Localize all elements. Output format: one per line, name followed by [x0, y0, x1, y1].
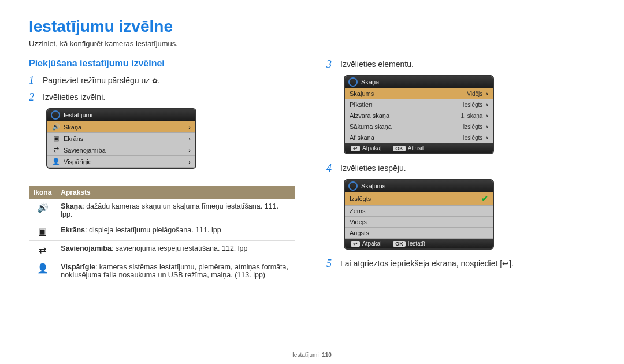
back-icon [502, 259, 509, 268]
panel-header: Skaļums [345, 180, 493, 192]
step-3: 3 Izvēlieties elementu. [326, 58, 595, 70]
menu-item-sound[interactable]: 🔊 Skaņa › [47, 121, 195, 133]
volume-panel: Skaļums Izslēgts ✔ Zems Vidējs Augsts ↩A… [344, 179, 494, 250]
back-key-icon: ↩ [351, 241, 360, 247]
table-row: ⇄ Savienojamība: savienojuma iespēju ies… [29, 241, 295, 259]
connectivity-icon: ⇄ [52, 146, 60, 154]
page-footer: Iestatījumi 110 [292, 352, 332, 358]
panel-header: Skaņa [345, 76, 493, 88]
sound-panel: Skaņa Skaļums Vidējs › Pīkstieni Ieslēgt… [344, 75, 494, 154]
option-af-sound[interactable]: Af skaņa Ieslēgts › [345, 132, 493, 143]
selector-ring-icon [348, 181, 358, 191]
step-number: 3 [326, 58, 337, 70]
general-icon: 👤 [29, 259, 56, 283]
step-number: 1 [29, 75, 39, 87]
display-icon: ▣ [52, 135, 60, 142]
step-number: 4 [326, 162, 337, 174]
step-2: 2 Izvēlieties izvēlni. [29, 91, 298, 103]
th-icon: Ikona [29, 186, 56, 199]
ok-key-icon: OK [393, 241, 406, 247]
section-heading: Piekļūšana iestatījumu izvēlnei [29, 58, 298, 69]
chevron-right-icon: › [486, 123, 488, 130]
option-shutter-sound[interactable]: Aizvara skaņa 1. skaņa › [345, 110, 493, 121]
panel-footer: ↩Atpakaļ OKAtlasīt [345, 143, 493, 153]
chevron-right-icon: › [486, 134, 488, 141]
page-title: Iestatījumu izvēlne [29, 17, 595, 36]
volume-off[interactable]: Izslēgts ✔ [345, 192, 493, 206]
page-intro: Uzziniet, kā konfigurēt kameras iestatīj… [29, 39, 595, 48]
menu-item-connectivity[interactable]: ⇄ Savienojamība › [47, 144, 195, 156]
option-volume[interactable]: Skaļums Vidējs › [345, 88, 493, 99]
table-row: 🔊 Skaņa: dažādu kameras skaņu un skaļuma… [29, 199, 295, 222]
table-row: ▣ Ekrāns: displeja iestatījumu pielāgoša… [29, 222, 295, 241]
step-1: 1 Pagrieziet režīmu pārslēgu uz . [29, 75, 298, 87]
chevron-right-icon: › [188, 147, 191, 154]
chevron-right-icon: › [486, 101, 488, 108]
chevron-right-icon: › [188, 158, 191, 165]
ok-key-icon: OK [393, 146, 406, 151]
selector-ring-icon [51, 110, 60, 120]
connectivity-icon: ⇄ [29, 241, 56, 259]
volume-low[interactable]: Zems [345, 206, 493, 217]
general-icon: 👤 [52, 158, 60, 165]
chevron-right-icon: › [188, 124, 191, 131]
back-key-icon: ↩ [351, 146, 360, 151]
menu-item-display[interactable]: ▣ Ekrāns › [47, 133, 195, 144]
option-beeps[interactable]: Pīkstieni Ieslēgts › [345, 99, 493, 110]
gear-icon [152, 76, 158, 85]
sound-icon: 🔊 [29, 199, 56, 222]
volume-high[interactable]: Augsts [345, 228, 493, 239]
th-desc: Apraksts [56, 186, 295, 199]
check-icon: ✔ [481, 194, 488, 203]
chevron-right-icon: › [486, 90, 488, 97]
chevron-right-icon: › [486, 112, 488, 119]
step-number: 2 [29, 91, 39, 103]
step-number: 5 [326, 258, 337, 270]
option-start-sound[interactable]: Sākuma skaņa Izslēgts › [345, 121, 493, 132]
settings-menu-panel: Iestatījumi 🔊 Skaņa › ▣ Ekrāns › ⇄ Savie… [46, 108, 196, 169]
panel-footer: ↩Atpakaļ OKIestatīt [345, 239, 493, 248]
sound-icon: 🔊 [52, 123, 60, 131]
step-4: 4 Izvēlieties iespēju. [326, 162, 595, 174]
menu-item-general[interactable]: 👤 Vispārīgie › [47, 156, 195, 168]
selector-ring-icon [348, 77, 358, 87]
display-icon: ▣ [29, 222, 56, 241]
panel-header: Iestatījumi [47, 109, 195, 121]
table-row: 👤 Vispārīgie: kameras sistēmas iestatīju… [29, 259, 295, 283]
icon-description-table: Ikona Apraksts 🔊 Skaņa: dažādu kameras s… [29, 186, 295, 283]
step-5: 5 Lai atgrieztos iepriekšējā ekrānā, nos… [326, 258, 595, 270]
volume-medium[interactable]: Vidējs [345, 217, 493, 228]
chevron-right-icon: › [188, 135, 191, 142]
